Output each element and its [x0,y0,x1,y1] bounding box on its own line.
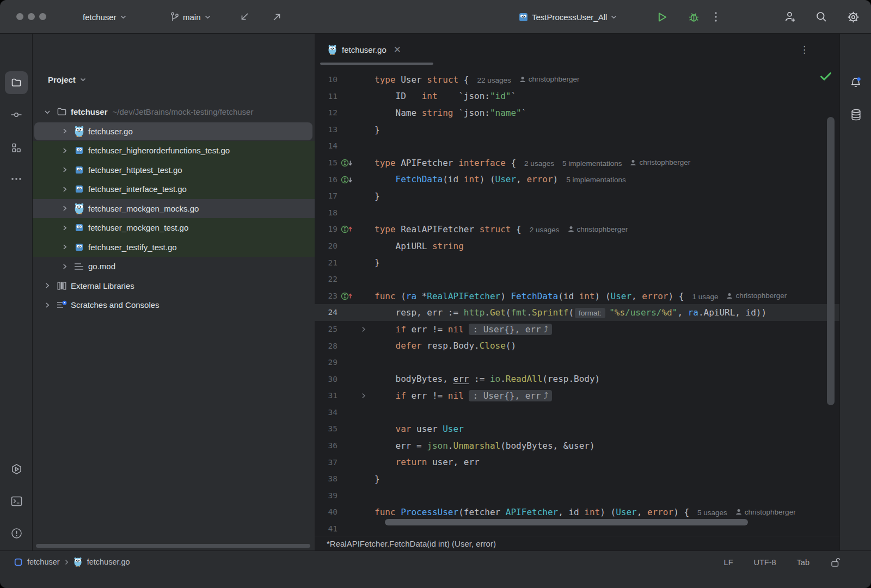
line-number[interactable]: 30 [328,371,338,388]
project-tool-window-button[interactable] [5,71,28,94]
line-number[interactable]: 41 [328,521,338,536]
code-line-13[interactable]: 13} [315,121,839,138]
code-with-me-button[interactable] [784,0,796,34]
implements-gutter-icon[interactable] [341,292,353,301]
database-button[interactable] [844,103,867,126]
code-line-37[interactable]: 37 return user, err [315,454,839,471]
tree-item-fetchuser-mockgen-mocks-go[interactable]: fetchuser_mockgen_mocks.go [33,199,315,219]
editor-tab-fetchuser-go[interactable]: fetchuser.go ✕ [320,34,409,65]
line-number[interactable]: 22 [328,271,338,288]
chevron-right-icon[interactable] [61,205,69,212]
debug-button[interactable] [688,0,700,34]
code-line-30[interactable]: 30 bodyBytes, err := io.ReadAll(resp.Bod… [315,371,839,388]
chevron-right-icon[interactable] [61,186,69,193]
code-author-hint[interactable]: christophberger [735,508,796,516]
code-line-28[interactable]: 28 defer resp.Body.Close() [315,338,839,355]
tree-item-fetchuser-httptest-test-go[interactable]: fetchuser_httptest_test.go [33,160,315,180]
close-tab-icon[interactable]: ✕ [394,44,401,55]
line-number[interactable]: 38 [328,471,338,487]
line-number[interactable]: 19 [328,221,338,238]
usages-hint[interactable]: 5 usages [697,509,727,517]
code-line-25[interactable]: 25 if err != nil : User{}, err ⤴ [315,321,839,338]
line-number[interactable]: 17 [328,188,338,205]
folded-code-chip[interactable]: : User{}, err ⤴ [469,324,551,335]
code-viewport[interactable]: 10type User struct {22 usageschristophbe… [315,65,839,536]
update-project-button[interactable] [238,0,250,34]
chevron-right-icon[interactable] [61,147,69,154]
line-number[interactable]: 16 [328,171,338,188]
line-number[interactable]: 31 [328,387,338,404]
chevron-right-icon[interactable] [61,244,69,250]
unlocked-icon[interactable] [830,557,841,568]
code-author-hint[interactable]: christophberger [630,158,690,166]
services-tool-window-button[interactable] [5,457,28,480]
line-number[interactable]: 14 [328,138,338,154]
settings-button[interactable] [847,0,860,34]
code-line-18[interactable]: 18 [315,205,839,221]
code-line-36[interactable]: 36 err = json.Unmarshal(bodyBytes, &user… [315,437,839,454]
code-line-19[interactable]: 19type RealAPIFetcher struct {2 usagesch… [315,221,839,238]
breadcrumb-file[interactable]: fetchuser.go [87,558,130,566]
run-button[interactable] [658,0,667,34]
tree-item-scratches-and-consoles[interactable]: Scratches and Consoles [33,295,315,315]
line-number[interactable]: 28 [328,338,338,355]
inspections-ok-icon[interactable] [820,72,832,81]
breadcrumb-project[interactable]: fetchuser [27,558,60,566]
code-line-21[interactable]: 21} [315,255,839,271]
code-line-23[interactable]: 23func (ra *RealAPIFetcher) FetchData(id… [315,288,839,305]
code-line-31[interactable]: 31 if err != nil : User{}, err ⤴ [315,387,839,404]
project-panel-hscrollbar[interactable] [36,544,310,548]
tab-strip-scrollbar[interactable] [320,63,433,65]
more-tool-windows-button[interactable] [5,168,28,190]
encoding-widget[interactable]: UTF-8 [754,558,776,567]
code-line-22[interactable]: 22 [315,271,839,288]
line-number[interactable]: 34 [328,404,338,421]
project-panel-header[interactable]: Project [48,75,86,84]
tree-item-go-mod[interactable]: go.mod [33,257,315,276]
code-line-34[interactable]: 34 [315,404,839,421]
code-author-hint[interactable]: christophberger [519,75,580,83]
code-line-29[interactable]: 29 [315,354,839,371]
structure-tool-window-button[interactable] [5,137,28,159]
line-number[interactable]: 15 [328,154,338,171]
tree-item-external-libraries[interactable]: External Libraries [33,276,315,296]
window-controls[interactable] [16,13,46,20]
indent-widget[interactable]: Tab [797,558,809,567]
run-configuration-selector[interactable]: TestProcessUser_All [519,0,617,34]
chevron-right-icon[interactable] [61,263,69,270]
tree-item-fetchuser-testify-test-go[interactable]: fetchuser_testify_test.go [33,238,315,257]
usages-hint[interactable]: 5 implementations [562,159,622,168]
line-number[interactable]: 12 [328,104,338,121]
project-widget[interactable]: fetchuser [83,0,126,34]
line-number[interactable]: 36 [328,437,338,454]
code-author-hint[interactable]: christophberger [726,292,787,300]
line-number[interactable]: 40 [328,504,338,521]
line-number[interactable]: 29 [328,354,338,371]
editor-options-icon[interactable]: ⋮ [800,34,809,65]
usages-hint[interactable]: 2 usages [524,159,554,168]
usages-hint[interactable]: 2 usages [530,226,560,234]
line-number[interactable]: 39 [328,487,338,504]
editor-hscrollbar[interactable] [385,519,748,525]
tree-item-fetchuser-go[interactable]: fetchuser.go [33,122,315,141]
vcs-branch-widget[interactable]: main [170,0,211,34]
code-line-14[interactable]: 14 [315,138,839,154]
usages-hint[interactable]: 5 implementations [566,176,626,184]
tree-item-fetchuser-interface-test-go[interactable]: fetchuser_interface_test.go [33,180,315,199]
folded-code-chip[interactable]: : User{}, err ⤴ [469,390,551,401]
chevron-right-icon[interactable] [44,282,51,289]
problems-tool-window-button[interactable] [5,522,28,544]
line-number[interactable]: 20 [328,238,338,255]
code-line-16[interactable]: 16 FetchData(id int) (User, error)5 impl… [315,171,839,188]
push-commits-button[interactable] [271,0,283,34]
line-number[interactable]: 10 [328,71,338,88]
fold-chevron-icon[interactable] [361,393,366,399]
code-line-20[interactable]: 20 ApiURL string [315,238,839,255]
implemented-by-gutter-icon[interactable] [341,158,353,168]
line-number[interactable]: 13 [328,121,338,138]
chevron-right-icon[interactable] [44,302,51,308]
code-line-15[interactable]: 15type APIFetcher interface {2 usages5 i… [315,154,839,171]
code-line-10[interactable]: 10type User struct {22 usageschristophbe… [315,71,839,88]
code-line-39[interactable]: 39 [315,487,839,504]
line-number[interactable]: 18 [328,205,338,221]
